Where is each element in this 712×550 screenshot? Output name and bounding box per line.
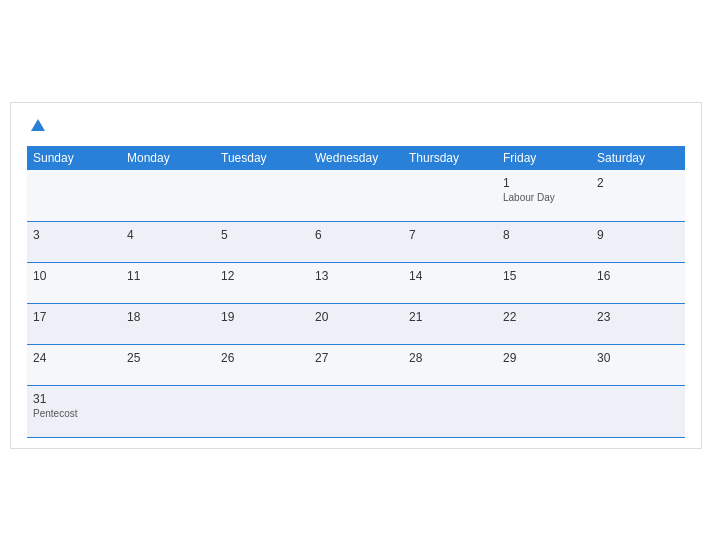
calendar-cell (121, 385, 215, 437)
weekday-header-monday: Monday (121, 146, 215, 170)
calendar-cell: 20 (309, 303, 403, 344)
calendar-table: SundayMondayTuesdayWednesdayThursdayFrid… (27, 146, 685, 438)
calendar-cell (403, 170, 497, 222)
calendar-cell: 29 (497, 344, 591, 385)
day-number: 18 (127, 310, 209, 324)
day-number: 3 (33, 228, 115, 242)
day-number: 16 (597, 269, 679, 283)
calendar-week-row: 17181920212223 (27, 303, 685, 344)
weekday-header-wednesday: Wednesday (309, 146, 403, 170)
day-number: 12 (221, 269, 303, 283)
calendar-cell: 5 (215, 221, 309, 262)
calendar-cell: 17 (27, 303, 121, 344)
weekday-header-row: SundayMondayTuesdayWednesdayThursdayFrid… (27, 146, 685, 170)
logo-blue-text (27, 119, 45, 132)
day-number: 21 (409, 310, 491, 324)
weekday-header-tuesday: Tuesday (215, 146, 309, 170)
day-number: 28 (409, 351, 491, 365)
calendar-cell (27, 170, 121, 222)
day-number: 22 (503, 310, 585, 324)
day-number: 27 (315, 351, 397, 365)
day-number: 20 (315, 310, 397, 324)
calendar-cell: 3 (27, 221, 121, 262)
holiday-label: Pentecost (33, 408, 115, 419)
weekday-header-thursday: Thursday (403, 146, 497, 170)
day-number: 17 (33, 310, 115, 324)
day-number: 26 (221, 351, 303, 365)
calendar-cell: 7 (403, 221, 497, 262)
weekday-header-sunday: Sunday (27, 146, 121, 170)
calendar-cell (309, 170, 403, 222)
calendar-cell: 12 (215, 262, 309, 303)
calendar-cell: 15 (497, 262, 591, 303)
calendar-week-row: 10111213141516 (27, 262, 685, 303)
logo-triangle-icon (31, 119, 45, 131)
day-number: 8 (503, 228, 585, 242)
calendar-cell: 10 (27, 262, 121, 303)
calendar-cell: 16 (591, 262, 685, 303)
calendar-week-row: 3456789 (27, 221, 685, 262)
calendar-cell: 9 (591, 221, 685, 262)
day-number: 1 (503, 176, 585, 190)
calendar-cell: 28 (403, 344, 497, 385)
day-number: 25 (127, 351, 209, 365)
calendar-cell: 13 (309, 262, 403, 303)
calendar-cell: 8 (497, 221, 591, 262)
day-number: 13 (315, 269, 397, 283)
day-number: 5 (221, 228, 303, 242)
calendar-cell (403, 385, 497, 437)
calendar-cell: 2 (591, 170, 685, 222)
weekday-header-friday: Friday (497, 146, 591, 170)
logo (27, 119, 45, 132)
day-number: 30 (597, 351, 679, 365)
day-number: 7 (409, 228, 491, 242)
day-number: 15 (503, 269, 585, 283)
calendar-cell: 27 (309, 344, 403, 385)
calendar-cell: 24 (27, 344, 121, 385)
calendar-cell (121, 170, 215, 222)
calendar-cell (309, 385, 403, 437)
calendar-cell (497, 385, 591, 437)
calendar-cell: 4 (121, 221, 215, 262)
day-number: 29 (503, 351, 585, 365)
day-number: 11 (127, 269, 209, 283)
calendar-cell: 14 (403, 262, 497, 303)
day-number: 2 (597, 176, 679, 190)
calendar-cell: 26 (215, 344, 309, 385)
calendar-cell: 6 (309, 221, 403, 262)
calendar-cell: 18 (121, 303, 215, 344)
calendar-container: SundayMondayTuesdayWednesdayThursdayFrid… (10, 102, 702, 449)
calendar-cell: 22 (497, 303, 591, 344)
day-number: 14 (409, 269, 491, 283)
calendar-cell (215, 385, 309, 437)
calendar-week-row: 31Pentecost (27, 385, 685, 437)
day-number: 4 (127, 228, 209, 242)
day-number: 19 (221, 310, 303, 324)
day-number: 31 (33, 392, 115, 406)
weekday-header-saturday: Saturday (591, 146, 685, 170)
day-number: 10 (33, 269, 115, 283)
calendar-cell (215, 170, 309, 222)
calendar-cell: 30 (591, 344, 685, 385)
calendar-cell: 23 (591, 303, 685, 344)
day-number: 9 (597, 228, 679, 242)
calendar-header (27, 119, 685, 132)
calendar-week-row: 1Labour Day2 (27, 170, 685, 222)
calendar-cell: 21 (403, 303, 497, 344)
calendar-cell: 11 (121, 262, 215, 303)
calendar-cell: 31Pentecost (27, 385, 121, 437)
day-number: 6 (315, 228, 397, 242)
day-number: 24 (33, 351, 115, 365)
holiday-label: Labour Day (503, 192, 585, 203)
calendar-week-row: 24252627282930 (27, 344, 685, 385)
calendar-cell: 19 (215, 303, 309, 344)
calendar-cell: 1Labour Day (497, 170, 591, 222)
calendar-cell (591, 385, 685, 437)
calendar-cell: 25 (121, 344, 215, 385)
day-number: 23 (597, 310, 679, 324)
